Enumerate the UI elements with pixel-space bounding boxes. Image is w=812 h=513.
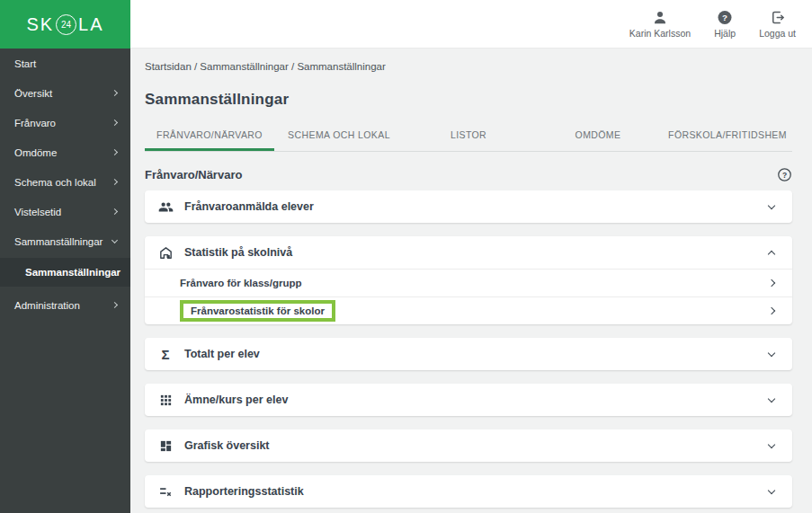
user-icon: [652, 9, 668, 26]
accordion-label: Frånvaroanmälda elever: [184, 200, 758, 213]
accordion-franvaroanmalda-elever: Frånvaroanmälda elever: [145, 190, 792, 223]
chevron-right-icon: [112, 179, 118, 185]
sidebar-item-label: Start: [14, 58, 36, 69]
tab-franvaro-narvaro[interactable]: FRÅNVARO/NÄRVARO: [145, 122, 274, 151]
accordion-label: Statistik på skolnivå: [184, 246, 758, 259]
highlighted-link-wrap: Frånvarostatistik för skolor: [180, 300, 769, 322]
sub-link-label: Frånvaro för klass/grupp: [180, 278, 769, 288]
report-icon: [157, 484, 174, 500]
svg-text:?: ?: [781, 171, 786, 180]
sidebar-subitem-sammanstallningar[interactable]: Sammanställningar: [0, 259, 130, 286]
help-button[interactable]: ? Hjälp: [701, 5, 748, 42]
school-icon: [157, 245, 174, 261]
sidebar: SK24LA Start Översikt Frånvaro Omdöme Sc…: [0, 0, 130, 513]
top-bar: Karin Karlsson ? Hjälp: [130, 0, 812, 49]
accordion-grafisk-oversikt: Grafisk översikt: [145, 429, 792, 462]
logout-label: Logga ut: [759, 28, 796, 39]
accordion-totalt-per-elev: Σ Totalt per elev: [145, 338, 792, 370]
sidebar-item-vistelsetid[interactable]: Vistelsetid: [0, 197, 130, 226]
chevron-down-icon: [768, 394, 775, 402]
section-header: Frånvaro/Närvaro ?: [145, 167, 792, 182]
logout-button[interactable]: Logga ut: [754, 5, 801, 42]
accordion-header[interactable]: Ämne/kurs per elev: [145, 384, 792, 416]
page-content: Startsidan / Sammanställningar / Sammans…: [130, 49, 812, 513]
grid-icon: [157, 394, 174, 407]
logout-icon: [770, 9, 786, 26]
sidebar-submenu: Sammanställningar: [0, 258, 130, 287]
svg-text:?: ?: [722, 13, 727, 22]
sub-link-label: Frånvarostatistik för skolor: [191, 305, 325, 316]
chevron-down-icon: [768, 349, 775, 356]
app-window: SK24LA Start Översikt Frånvaro Omdöme Sc…: [0, 0, 812, 513]
sidebar-item-label: Vistelsetid: [14, 207, 61, 217]
chevron-down-icon: [112, 236, 118, 243]
accordion-label: Rapporteringsstatistik: [184, 485, 758, 498]
sidebar-item-schema-och-lokal[interactable]: Schema och lokal: [0, 167, 130, 197]
sidebar-item-label: Omdöme: [14, 147, 57, 158]
link-franvaro-for-klass-grupp[interactable]: Frånvaro för klass/grupp: [145, 269, 792, 296]
accordion-label: Ämne/kurs per elev: [184, 394, 758, 406]
sigma-icon: Σ: [157, 348, 174, 361]
dashboard-icon: [157, 439, 174, 453]
chevron-right-icon: [112, 208, 118, 215]
logo-text-pre: SK: [26, 14, 54, 35]
sidebar-item-label: Frånvaro: [14, 118, 56, 128]
user-name-label: Karin Karlsson: [629, 28, 691, 39]
accordion-label: Totalt per elev: [184, 348, 758, 360]
main-area: Karin Karlsson ? Hjälp: [130, 0, 812, 513]
sidebar-item-omdome[interactable]: Omdöme: [0, 137, 130, 167]
logo-text-post: LA: [78, 14, 103, 35]
chevron-down-icon: [768, 201, 775, 208]
accordion-header[interactable]: Statistik på skolnivå: [145, 236, 792, 269]
sidebar-item-start[interactable]: Start: [0, 49, 130, 78]
sidebar-item-label: Sammanställningar: [14, 236, 103, 247]
help-icon: ?: [717, 9, 733, 26]
accordion-label: Grafisk översikt: [184, 439, 758, 452]
accordion-header[interactable]: Σ Totalt per elev: [145, 338, 792, 370]
sidebar-item-label: Schema och lokal: [14, 177, 96, 188]
chevron-down-icon: [768, 440, 775, 447]
section-title: Frånvaro/Närvaro: [145, 168, 242, 181]
chevron-right-icon: [112, 149, 118, 155]
sidebar-item-label: Översikt: [14, 88, 52, 99]
breadcrumb[interactable]: Startsidan / Sammanställningar / Sammans…: [145, 57, 792, 72]
accordion-rapporteringsstatistik: Rapporteringsstatistik: [145, 475, 792, 508]
sidebar-subitem-label: Sammanställningar: [25, 267, 120, 278]
chevron-up-icon: [768, 250, 775, 257]
tab-schema-och-lokal[interactable]: SCHEMA OCH LOKAL: [274, 122, 404, 151]
sidebar-item-label: Administration: [14, 300, 80, 311]
accordion-header[interactable]: Grafisk översikt: [145, 429, 792, 462]
user-menu[interactable]: Karin Karlsson: [624, 5, 696, 42]
sidebar-nav: Start Översikt Frånvaro Omdöme Schema oc…: [0, 49, 130, 320]
sidebar-item-oversikt[interactable]: Översikt: [0, 78, 130, 108]
accordion-amne-kurs-per-elev: Ämne/kurs per elev: [145, 384, 792, 416]
skola24-logo[interactable]: SK24LA: [0, 0, 130, 49]
page-title: Sammanställningar: [145, 91, 792, 109]
chevron-right-icon: [112, 90, 118, 96]
tab-omdome[interactable]: OMDÖME: [533, 122, 663, 151]
group-icon: [157, 199, 174, 215]
chevron-right-icon: [768, 307, 775, 314]
chevron-down-icon: [768, 486, 775, 493]
question-circle-icon[interactable]: ?: [776, 167, 792, 182]
accordion-header[interactable]: Rapporteringsstatistik: [145, 475, 792, 508]
sidebar-item-sammanstallningar[interactable]: Sammanställningar: [0, 226, 130, 256]
highlight-box: Frånvarostatistik för skolor: [180, 300, 335, 322]
accordion-header[interactable]: Frånvaroanmälda elever: [145, 190, 792, 223]
help-label: Hjälp: [714, 28, 736, 39]
logo-24-circle-icon: 24: [56, 14, 76, 35]
chevron-right-icon: [768, 279, 775, 287]
accordion-statistik-pa-skolniva: Statistik på skolnivå Frånvaro för klass…: [145, 236, 792, 324]
tab-bar: FRÅNVARO/NÄRVARO SCHEMA OCH LOKAL LISTOR…: [145, 122, 792, 152]
sidebar-item-franvaro[interactable]: Frånvaro: [0, 108, 130, 137]
link-franvarostatistik-for-skolor[interactable]: Frånvarostatistik för skolor: [145, 296, 792, 324]
sidebar-item-administration[interactable]: Administration: [0, 290, 130, 320]
tab-forskola-fritidshem[interactable]: FÖRSKOLA/FRITIDSHEM: [663, 122, 792, 151]
chevron-right-icon: [112, 302, 118, 308]
chevron-right-icon: [112, 119, 118, 126]
tab-listor[interactable]: LISTOR: [404, 122, 533, 151]
